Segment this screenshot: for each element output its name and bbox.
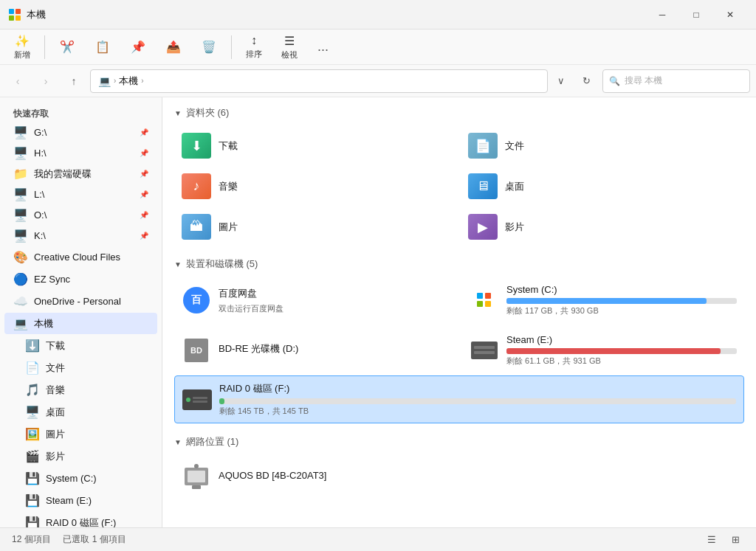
up-button[interactable]: ↑ [62, 69, 86, 93]
g-drive-icon: 🖥️ [13, 125, 28, 139]
sidebar-item-o-drive[interactable]: 🖥️ O:\ 📌 [4, 205, 157, 225]
videos-label: 影片 [46, 450, 148, 463]
sidebar-item-raid-f[interactable]: 💾 RAID 0 磁區 (F:) [4, 512, 157, 527]
sidebar-item-h-drive[interactable]: 🖥️ H:\ 📌 [4, 143, 157, 163]
pin-icon-h: 📌 [140, 149, 148, 157]
drive-baidu[interactable]: 百 百度网盘 双击运行百度网盘 [174, 278, 456, 322]
path-separator-1: › [114, 77, 116, 85]
svg-text:BD: BD [190, 346, 202, 355]
folder-downloads[interactable]: ⬇ 下載 [174, 127, 458, 164]
raid-f-info: RAID 0 磁區 (F:) 剩餘 145 TB，共 145 TB [219, 382, 736, 417]
svg-rect-4 [474, 351, 495, 354]
sidebar-item-g-drive[interactable]: 🖥️ G:\ 📌 [4, 122, 157, 142]
drive-bd-re[interactable]: BD BD-RE 光碟機 (D:) [174, 328, 456, 372]
sidebar-item-ez-sync[interactable]: 🔵 EZ Sync [4, 268, 157, 290]
folders-section-title: 資料夾 (6) [186, 106, 230, 119]
sidebar-item-pictures[interactable]: 🖼️ 圖片 [4, 423, 157, 445]
address-dropdown-button[interactable]: ∨ [552, 69, 570, 93]
system-c-name: System (C:) [506, 284, 737, 295]
cut-button[interactable]: ✂️ [51, 37, 83, 57]
folder-videos[interactable]: ▶ 影片 [461, 208, 744, 246]
sidebar-item-creative-cloud[interactable]: 🎨 Creative Cloud Files [4, 246, 157, 268]
separator-1 [44, 35, 45, 59]
k-drive-icon: 🖥️ [13, 229, 28, 243]
sidebar-item-videos[interactable]: 🎬 影片 [4, 446, 157, 467]
network-aquos[interactable]: AQUOS BD [4B-C20AT3] [174, 456, 744, 497]
search-icon: 🔍 [609, 76, 620, 86]
sidebar-item-system-c[interactable]: 💾 System (C:) [4, 468, 157, 489]
folder-video-icon: ▶ [468, 214, 498, 240]
minimize-button[interactable]: ─ [645, 3, 679, 27]
statusbar-separator [53, 534, 61, 544]
address-path[interactable]: 💻 › 本機 › [90, 69, 548, 93]
music-icon: 🎵 [25, 383, 40, 397]
sidebar-item-k-drive[interactable]: 🖥️ K:\ 📌 [4, 226, 157, 246]
folders-section-header[interactable]: ▼ 資料夾 (6) [174, 106, 744, 119]
refresh-button[interactable]: ↻ [574, 69, 598, 93]
sidebar-item-this-pc[interactable]: 💻 本機 [4, 313, 157, 334]
maximize-button[interactable]: □ [679, 3, 713, 27]
tiles-view-button[interactable]: ⊞ [726, 531, 744, 549]
share-button[interactable]: 📤 [157, 37, 190, 57]
system-c-info: System (C:) 剩餘 117 GB，共 930 GB [506, 284, 737, 316]
folder-documents-name: 文件 [505, 139, 524, 153]
sidebar-item-downloads[interactable]: ⬇️ 下載 [4, 335, 157, 356]
details-view-button[interactable]: ☰ [703, 531, 721, 549]
downloads-label: 下載 [46, 339, 148, 353]
copy-button[interactable]: 📋 [86, 37, 119, 57]
pin-icon-l: 📌 [140, 190, 148, 198]
back-button[interactable]: ‹ [6, 69, 30, 93]
aquos-name: AQUOS BD [4B-C20AT3] [219, 470, 737, 481]
delete-button[interactable]: 🗑️ [193, 37, 225, 57]
search-box[interactable]: 🔍 搜尋 本機 [602, 69, 750, 93]
cloud-drive-label: 我的雲端硬碟 [34, 167, 134, 181]
drive-raid-f[interactable]: RAID 0 磁區 (F:) 剩餘 145 TB，共 145 TB [174, 375, 744, 423]
drive-system-c[interactable]: System (C:) 剩餘 117 GB，共 930 GB [462, 278, 744, 322]
folder-pictures[interactable]: 🏔 圖片 [174, 208, 458, 246]
l-drive-label: L:\ [34, 189, 134, 200]
sidebar-item-onedrive[interactable]: ☁️ OneDrive - Personal [4, 291, 157, 312]
sort-button[interactable]: ↕ 排序 [238, 31, 270, 63]
svg-rect-2 [471, 342, 498, 359]
sidebar-item-documents[interactable]: 📄 文件 [4, 357, 157, 378]
delete-icon: 🗑️ [202, 40, 216, 54]
sidebar: 快速存取 🖥️ G:\ 📌 🖥️ H:\ 📌 📁 我的雲端硬碟 📌 🖥️ L:\… [0, 97, 162, 527]
raid-f-bar [219, 398, 224, 404]
drives-chevron-icon: ▼ [174, 260, 182, 268]
statusbar-right: ☰ ⊞ [703, 531, 744, 549]
downloads-icon: ⬇️ [25, 339, 40, 353]
drive-steam-e[interactable]: Steam (E:) 剩餘 61.1 GB，共 931 GB [462, 328, 744, 372]
h-drive-label: H:\ [34, 148, 134, 159]
view-button[interactable]: ☰ 檢視 [273, 31, 306, 63]
system-c-bar-wrap [506, 298, 737, 304]
close-button[interactable]: ✕ [713, 3, 747, 27]
sidebar-item-music[interactable]: 🎵 音樂 [4, 379, 157, 401]
raid-f-space: 剩餘 145 TB，共 145 TB [219, 406, 736, 417]
network-section-header[interactable]: ▼ 網路位置 (1) [174, 435, 744, 448]
sidebar-item-steam-e[interactable]: 💾 Steam (E:) [4, 490, 157, 511]
separator-2 [231, 35, 232, 59]
window-title: 本機 [27, 8, 46, 21]
new-button[interactable]: ✨ 新增 [6, 31, 38, 63]
steam-e-info: Steam (E:) 剩餘 61.1 GB，共 931 GB [506, 334, 737, 367]
steam-e-label: Steam (E:) [46, 495, 148, 506]
pictures-label: 圖片 [46, 428, 148, 441]
folder-documents[interactable]: 📄 文件 [461, 127, 744, 164]
copy-icon: 📋 [95, 40, 110, 54]
sidebar-item-cloud-drive[interactable]: 📁 我的雲端硬碟 📌 [4, 164, 157, 184]
statusbar: 12 個項目 已選取 1 個項目 ☰ ⊞ [0, 527, 756, 551]
toolbar: ✨ 新增 ✂️ 📋 📌 📤 🗑️ ↕ 排序 ☰ 檢視 ... [0, 30, 756, 65]
window-controls: ─ □ ✕ [645, 3, 747, 27]
folder-desktop[interactable]: 🖥 桌面 [461, 167, 744, 205]
sidebar-item-l-drive[interactable]: 🖥️ L:\ 📌 [4, 184, 157, 204]
sidebar-item-desktop[interactable]: 🖥️ 桌面 [4, 401, 157, 423]
bd-re-info: BD-RE 光碟機 (D:) [219, 342, 449, 358]
drives-section-header[interactable]: ▼ 裝置和磁碟機 (5) [174, 257, 744, 271]
paste-button[interactable]: 📌 [122, 37, 154, 57]
forward-button[interactable]: › [34, 69, 58, 93]
steam-e-drive-icon [470, 336, 499, 365]
aquos-icon [182, 462, 211, 491]
more-button[interactable]: ... [309, 33, 337, 60]
folders-grid: ⬇ 下載 📄 文件 ♪ 音樂 🖥 [174, 127, 744, 246]
folder-music[interactable]: ♪ 音樂 [174, 167, 458, 205]
